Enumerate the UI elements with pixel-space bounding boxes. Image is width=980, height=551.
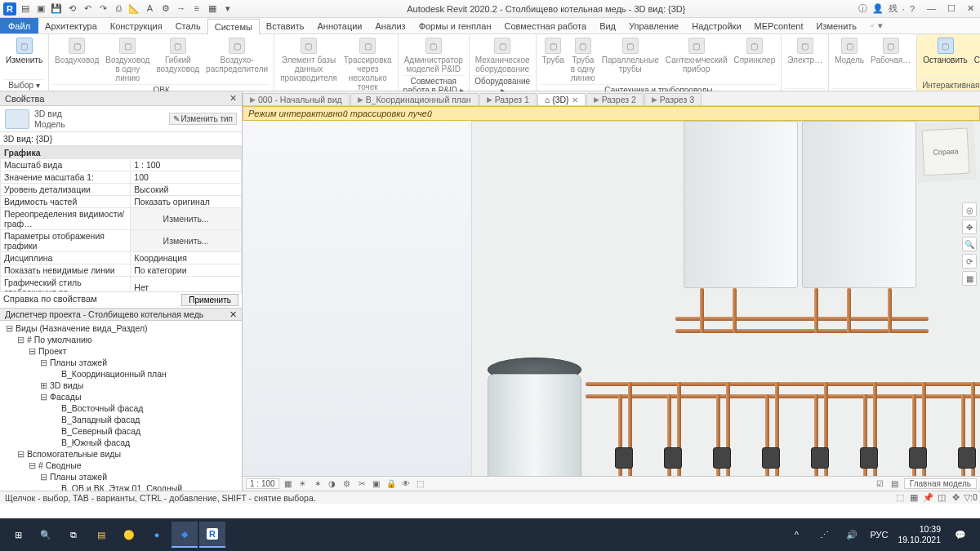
view-tab[interactable]: ⌂{3D}✕ bbox=[537, 93, 586, 105]
ribbon-tab[interactable]: Надстройки bbox=[685, 18, 747, 33]
tree-node[interactable]: В_Координационный план bbox=[0, 368, 242, 380]
ribbon-button[interactable]: ▢Сохранить bbox=[972, 36, 980, 66]
tree-toggle-icon[interactable]: ⊟ bbox=[28, 345, 36, 357]
tree-toggle-icon[interactable]: ⊟ bbox=[16, 334, 24, 345]
maximize-button[interactable]: ☐ bbox=[945, 3, 958, 14]
tree-node[interactable]: ⊟ # Сводные bbox=[0, 460, 242, 471]
temp-hide-icon[interactable]: 👁 bbox=[400, 478, 412, 490]
qat-open-icon[interactable]: ▣ bbox=[35, 3, 47, 15]
ribbon-tab[interactable]: Управление bbox=[622, 18, 685, 33]
properties-help-link[interactable]: Справка по свойствам bbox=[3, 294, 97, 304]
tree-node[interactable]: ⊟ Планы этажей bbox=[0, 471, 242, 482]
system-clock[interactable]: 10:3919.10.2021 bbox=[891, 524, 947, 544]
qat-icon[interactable]: → bbox=[176, 3, 187, 15]
user-icon[interactable]: 👤 bbox=[872, 3, 884, 14]
qat-text-icon[interactable]: A bbox=[145, 3, 156, 15]
tree-node[interactable]: ⊟ Фасады bbox=[0, 391, 242, 402]
search-icon[interactable]: 🔍 bbox=[33, 522, 59, 548]
ribbon-tab[interactable]: Анализ bbox=[368, 18, 412, 33]
select-pinned-icon[interactable]: 📌 bbox=[922, 492, 933, 503]
ribbon-button[interactable]: ▢Рабочая… bbox=[868, 36, 913, 66]
task-view-icon[interactable]: ⧉ bbox=[60, 522, 87, 548]
ribbon-tab[interactable]: Аннотации bbox=[311, 18, 369, 33]
qat-measure-icon[interactable]: 📐 bbox=[128, 3, 140, 15]
ribbon-button[interactable]: ▢Сантехническийприбор bbox=[663, 36, 730, 75]
ribbon-button[interactable]: ▢Трассировка черезнесколько точек bbox=[341, 36, 394, 93]
ribbon-tab[interactable]: Совместная работа bbox=[497, 18, 593, 33]
tab-close-icon[interactable]: ✕ bbox=[572, 96, 578, 104]
ribbon-button[interactable]: ▢Спринклер bbox=[731, 36, 777, 66]
viewcube[interactable]: Справа bbox=[922, 128, 970, 176]
reveal-icon[interactable]: ⬚ bbox=[415, 478, 426, 490]
select-underlay-icon[interactable]: ▦ bbox=[908, 492, 920, 502]
ribbon-button[interactable]: ▢Электр… bbox=[785, 36, 825, 66]
tree-node[interactable]: В_ОВ и ВК_Этаж 01_Сводный bbox=[0, 482, 242, 491]
view-tab[interactable]: ▶000 - Начальный вид bbox=[243, 93, 350, 105]
view-tab[interactable]: ▶Разрез 3 bbox=[644, 93, 702, 105]
qat-icon[interactable]: ▦ bbox=[207, 3, 218, 15]
ribbon-tab[interactable]: Архитектура bbox=[38, 18, 104, 33]
filter-count[interactable]: ▽:0 bbox=[964, 492, 975, 502]
browser-close-icon[interactable]: ✕ bbox=[229, 309, 237, 319]
app-icon[interactable]: ◆ bbox=[172, 522, 198, 548]
ribbon-button[interactable]: ▢Остановить bbox=[920, 36, 970, 66]
qat-icon[interactable]: ▾ bbox=[222, 3, 234, 15]
ribbon-button[interactable]: ▢Труба bbox=[540, 36, 567, 66]
ribbon-expand-icon[interactable]: ▫️▾ bbox=[866, 20, 883, 31]
language-indicator[interactable]: РУС bbox=[866, 530, 891, 540]
qat-print-icon[interactable]: ⎙ bbox=[113, 3, 124, 15]
file-tab[interactable]: Файл bbox=[0, 18, 38, 33]
tree-toggle-icon[interactable]: ⊟ bbox=[16, 448, 24, 460]
tree-node[interactable]: В_Южный фасад bbox=[0, 437, 242, 448]
view-tab[interactable]: ▶Разрез 1 bbox=[479, 93, 537, 105]
ribbon-tab[interactable]: Сталь bbox=[169, 18, 207, 33]
prop-value[interactable]: Показать оригинал bbox=[131, 196, 242, 208]
ribbon-button[interactable]: ▢Воздуховод bbox=[52, 36, 101, 66]
ribbon-button[interactable]: ▢Элемент базы данныхпроизводителя bbox=[278, 36, 340, 84]
start-button[interactable]: ⊞ bbox=[5, 522, 31, 548]
detail-level-icon[interactable]: ▦ bbox=[283, 478, 294, 490]
ribbon-button[interactable]: ▢Трубав одну линию bbox=[568, 36, 598, 84]
tree-toggle-icon[interactable]: ⊟ bbox=[39, 357, 47, 368]
explorer-icon[interactable]: ▤ bbox=[88, 522, 114, 548]
ribbon-tab[interactable]: Изменить bbox=[809, 18, 863, 33]
ribbon-button[interactable]: ▢Модель bbox=[832, 36, 866, 66]
select-links-icon[interactable]: ⬚ bbox=[894, 492, 906, 502]
info-icon[interactable]: ⓘ bbox=[858, 2, 867, 15]
tree-node[interactable]: ⊟ Виды (Назначение вида_Раздел) bbox=[0, 322, 242, 334]
view-tab[interactable]: ▶В_Координационный план bbox=[350, 93, 479, 105]
tree-node[interactable]: ⊞ 3D виды bbox=[0, 380, 242, 391]
tree-node[interactable]: ⊟ Вспомогательные виды bbox=[0, 448, 242, 460]
qat-undo-icon[interactable]: ↶ bbox=[82, 3, 93, 15]
apply-button[interactable]: Применить bbox=[181, 294, 238, 306]
ribbon-button[interactable]: ▢Механическоеоборудование bbox=[473, 36, 532, 75]
tree-node[interactable]: ⊟ Планы этажей bbox=[0, 357, 242, 368]
tree-node[interactable]: ⊟ # По умолчанию bbox=[0, 334, 242, 345]
tree-toggle-icon[interactable]: ⊟ bbox=[28, 460, 36, 471]
render-icon[interactable]: ⚙ bbox=[341, 478, 353, 490]
tree-node[interactable]: ⊟ Проект bbox=[0, 345, 242, 357]
qat-icon[interactable]: ⚙ bbox=[160, 3, 172, 15]
instance-selector[interactable]: 3D вид: {3D} bbox=[0, 132, 242, 146]
view-tab[interactable]: ▶Разрез 2 bbox=[586, 93, 644, 105]
tray-overflow-icon[interactable]: ^ bbox=[783, 522, 809, 548]
prop-value[interactable]: Изменить... bbox=[131, 230, 242, 252]
type-selector[interactable]: 3D вид Модель ✎Изменить тип bbox=[0, 106, 242, 132]
ribbon-button[interactable]: ▢Изменить bbox=[3, 36, 45, 66]
model-label[interactable]: Главная модель bbox=[904, 478, 977, 489]
zoom-icon[interactable]: 🔍 bbox=[962, 237, 977, 251]
volume-icon[interactable]: 🔊 bbox=[839, 522, 865, 548]
lock-icon[interactable]: 🔒 bbox=[385, 478, 397, 490]
notifications-icon[interactable]: 💬 bbox=[947, 522, 973, 548]
select-face-icon[interactable]: ◫ bbox=[936, 492, 947, 502]
ribbon-tab[interactable]: MEPcontent bbox=[748, 18, 810, 33]
signin-icon[interactable]: 残 bbox=[889, 2, 898, 15]
crop-icon[interactable]: ✂ bbox=[356, 478, 368, 490]
minimize-button[interactable]: — bbox=[924, 3, 938, 14]
ribbon-tab[interactable]: Системы bbox=[207, 19, 260, 34]
tree-toggle-icon[interactable]: ⊟ bbox=[39, 471, 47, 482]
qat-icon[interactable]: ≡ bbox=[191, 3, 203, 15]
shadows-icon[interactable]: ◑ bbox=[327, 478, 338, 490]
tree-toggle-icon[interactable]: ⊟ bbox=[5, 322, 13, 334]
qat-redo-icon[interactable]: ↷ bbox=[97, 3, 109, 15]
